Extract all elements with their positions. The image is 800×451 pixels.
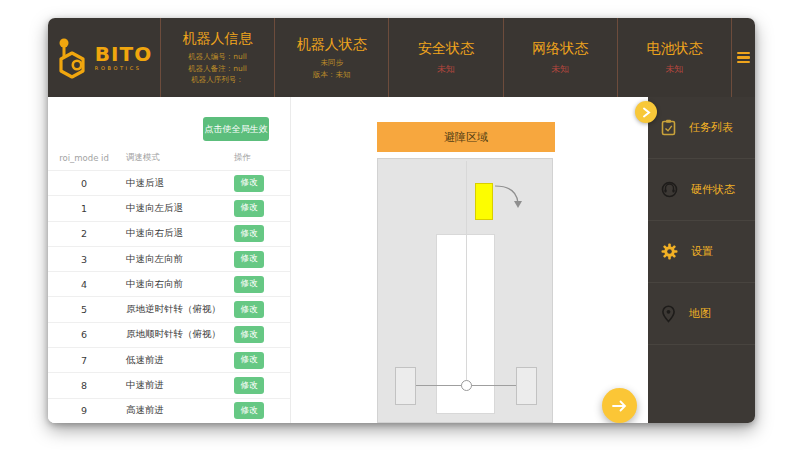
row-mode: 中速向左后退 [120,202,234,215]
bito-hexagon-logo-icon [56,35,90,81]
clipboard-icon [661,119,676,136]
robot-serial-line: 机器人序列号： [188,74,247,86]
row-mode: 原地顺时针转（俯视） [120,328,234,341]
modify-button[interactable]: 修改 [234,276,264,293]
table-row: 7 低速前进 修改 [48,347,290,372]
yellow-obstacle-zone[interactable] [475,183,493,220]
robot-center-hub [461,380,472,391]
sidebar-collapse-button[interactable] [635,101,657,123]
next-page-fab[interactable] [602,388,637,423]
hamburger-menu-button[interactable] [731,18,755,97]
apply-global-button[interactable]: 点击使全局生效 [203,117,269,141]
headset-icon [661,181,678,198]
logo-sub-text: ROBOTICS [95,66,152,71]
row-mode: 原地逆时针转（俯视） [120,303,234,316]
status-badge: 未知 [551,63,569,76]
avoidance-zone-map [377,158,553,423]
robot-left-wheel [395,367,416,405]
row-mode: 中速后退 [120,177,234,190]
chevron-right-icon [642,107,651,118]
table-header: roi_mode id 调速模式 操作 [48,147,290,169]
column-operation: 操作 [234,152,290,164]
sidebar-item-task-list[interactable]: 任务列表 [648,97,755,159]
row-id: 7 [48,355,120,366]
row-id: 1 [48,203,120,214]
table-row: 6 原地顺时针转（俯视） 修改 [48,322,290,347]
hamburger-icon [737,52,750,54]
robot-id-line: 机器人编号：null [188,51,247,63]
row-id: 8 [48,380,120,391]
table-row: 2 中速向右后退 修改 [48,221,290,246]
gear-icon [661,243,678,260]
row-mode: 中速向左向前 [120,253,234,266]
modify-button[interactable]: 修改 [234,225,264,242]
pin-icon [661,305,676,323]
hamburger-icon [737,56,750,58]
modify-button[interactable]: 修改 [234,352,264,369]
sidebar-item-label: 地图 [689,306,711,321]
sidebar-item-settings[interactable]: 设置 [648,221,755,283]
sidebar-item-map[interactable]: 地图 [648,283,755,345]
logo-brand-text: BITO [95,44,152,64]
modify-button[interactable]: 修改 [234,326,264,343]
column-roi-mode-id: roi_mode id [48,153,120,163]
status-badge: 未知 [437,63,455,76]
row-mode: 中速前进 [120,379,234,392]
row-mode: 高速前进 [120,404,234,417]
tab-network-status[interactable]: 网络状态 未知 [503,18,617,97]
table-row: 3 中速向左向前 修改 [48,246,290,271]
tab-robot-status[interactable]: 机器人状态 未同步 版本：未知 [274,18,388,97]
status-badge: 未知 [665,63,683,76]
modify-button[interactable]: 修改 [234,402,264,419]
row-mode: 中速向右后退 [120,227,234,240]
row-mode: 中速向右向前 [120,278,234,291]
table-row: 4 中速向右向前 修改 [48,271,290,296]
row-id: 3 [48,254,120,265]
robot-right-wheel [516,367,537,405]
bito-logo: BITO ROBOTICS [48,18,160,97]
row-id: 4 [48,279,120,290]
arrow-right-icon [612,400,627,412]
column-speed-mode: 调速模式 [120,152,234,164]
row-mode: 低速前进 [120,354,234,367]
speed-mode-panel: 点击使全局生效 roi_mode id 调速模式 操作 0 中速后退 修改 1 … [48,97,291,423]
row-id: 2 [48,228,120,239]
tab-battery-status[interactable]: 电池状态 未知 [617,18,731,97]
tab-robot-info[interactable]: 机器人信息 机器人编号：null 机器人备注：null 机器人序列号： [160,18,274,97]
tab-title: 机器人信息 [183,30,253,48]
row-id: 6 [48,329,120,340]
sync-status-line: 未同步 [313,57,351,69]
app-window: BITO ROBOTICS 机器人信息 机器人编号：null 机器人备注：nul… [48,18,755,423]
tab-title: 机器人状态 [297,36,367,54]
tab-title: 网络状态 [532,40,588,58]
tab-safety-status[interactable]: 安全状态 未知 [388,18,502,97]
row-id: 0 [48,178,120,189]
sidebar-item-label: 设置 [691,244,713,259]
avoidance-map-panel: 避障区域 [291,97,648,423]
row-id: 9 [48,405,120,416]
sidebar-item-label: 硬件状态 [691,182,735,197]
sidebar-item-hardware-status[interactable]: 硬件状态 [648,159,755,221]
right-sidebar: 任务列表 硬件状态 [648,97,755,423]
modify-button[interactable]: 修改 [234,377,264,394]
sidebar-item-label: 任务列表 [689,120,733,135]
hamburger-icon [737,61,750,63]
top-header: BITO ROBOTICS 机器人信息 机器人编号：null 机器人备注：nul… [48,18,755,97]
main-body: 点击使全局生效 roi_mode id 调速模式 操作 0 中速后退 修改 1 … [48,97,755,423]
modify-button[interactable]: 修改 [234,251,264,268]
speed-mode-table: 0 中速后退 修改 1 中速向左后退 修改 2 中速向右后退 修改 3 中速向左… [48,170,290,423]
modify-button[interactable]: 修改 [234,301,264,318]
table-row: 5 原地逆时针转（俯视） 修改 [48,296,290,321]
tab-title: 电池状态 [646,40,702,58]
table-row: 9 高速前进 修改 [48,398,290,423]
modify-button[interactable]: 修改 [234,175,264,192]
table-row: 1 中速向左后退 修改 [48,195,290,220]
robot-note-line: 机器人备注：null [188,63,247,75]
tab-title: 安全状态 [418,40,474,58]
modify-button[interactable]: 修改 [234,200,264,217]
table-row: 0 中速后退 修改 [48,170,290,195]
row-id: 5 [48,304,120,315]
version-status-line: 版本：未知 [313,69,351,81]
table-row: 8 中速前进 修改 [48,372,290,397]
avoidance-zone-banner: 避障区域 [377,122,555,152]
